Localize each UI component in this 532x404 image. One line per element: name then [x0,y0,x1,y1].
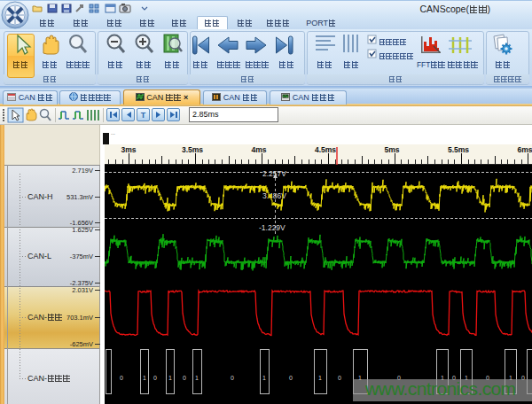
svg-text:T: T [141,111,146,120]
svg-text:0: 0 [338,375,341,381]
svg-text:0: 0 [231,375,234,381]
svg-text:0: 0 [183,375,186,381]
svg-text:0: 0 [120,375,123,381]
svg-text:-1.229V: -1.229V [259,223,286,232]
svg-text:1: 1 [168,375,172,381]
svg-text:0: 0 [289,375,293,381]
svg-text:2.257V: 2.257V [262,169,286,178]
svg-text:1: 1 [318,375,322,381]
svg-text:1: 1 [262,375,266,381]
svg-text:0: 0 [153,375,157,381]
svg-text:1: 1 [143,375,146,381]
svg-text:1: 1 [195,375,199,381]
